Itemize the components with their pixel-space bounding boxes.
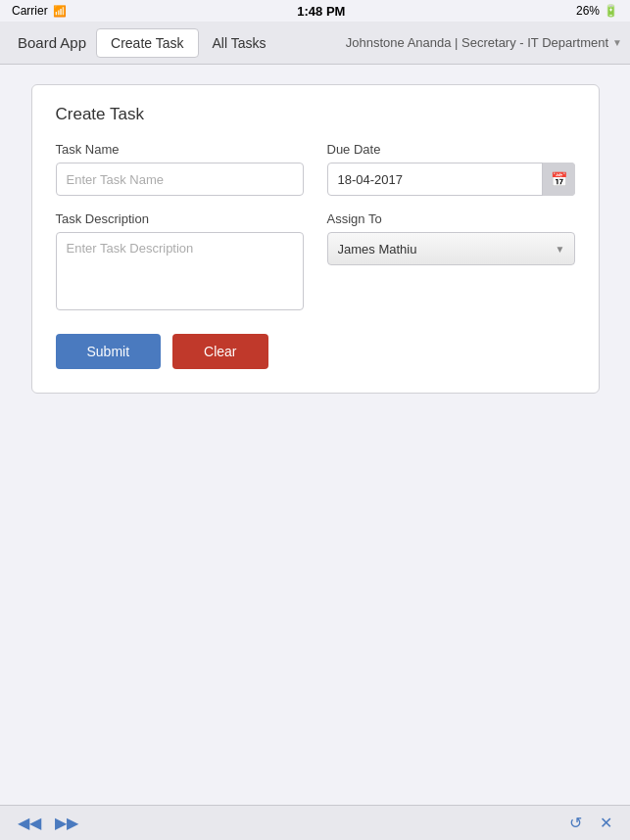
calendar-icon[interactable]: 📅 [542,163,575,196]
battery-percent: 26% [576,4,600,18]
status-bar: Carrier 📶 1:48 PM 26% 🔋 [0,0,630,22]
status-right: 26% 🔋 [576,4,618,18]
main-content: Create Task Task Name Due Date 📅 Task De… [0,65,630,805]
assign-to-label: Assign To [327,211,575,226]
assign-to-select[interactable]: James Mathiu [327,232,575,265]
tab-all-tasks[interactable]: All Tasks [199,29,280,57]
bottom-bar: ◀◀ ▶▶ ↺ ✕ [0,805,630,840]
wifi-icon: 📶 [53,5,67,18]
close-button[interactable]: ✕ [596,812,616,834]
status-time: 1:48 PM [297,4,345,19]
forward-button[interactable]: ▶▶ [51,812,82,834]
nav-user-label: Johnstone Ananda | Secretary - IT Depart… [346,35,608,50]
nav-user[interactable]: Johnstone Ananda | Secretary - IT Depart… [346,35,622,50]
status-left: Carrier 📶 [12,4,67,18]
back-button[interactable]: ◀◀ [14,812,45,834]
due-date-group: Due Date 📅 [327,142,575,196]
tab-create-task[interactable]: Create Task [96,28,198,58]
due-date-label: Due Date [327,142,575,157]
form-row-2: Task Description Assign To James Mathiu … [56,211,575,314]
chevron-down-icon: ▼ [612,37,622,48]
submit-button[interactable]: Submit [56,334,162,369]
task-description-label: Task Description [56,211,304,226]
navbar: Board App Create Task All Tasks Johnston… [0,22,630,65]
task-description-input[interactable] [56,232,304,310]
create-task-card: Create Task Task Name Due Date 📅 Task De… [31,84,600,394]
card-title: Create Task [56,105,575,124]
due-date-wrapper: 📅 [327,163,575,196]
form-row-1: Task Name Due Date 📅 [56,142,575,196]
task-name-label: Task Name [56,142,304,157]
task-name-input[interactable] [56,163,304,196]
form-actions: Submit Clear [56,334,575,369]
nav-brand[interactable]: Board App [8,28,96,57]
clear-button[interactable]: Clear [172,334,267,369]
assign-to-wrapper: James Mathiu ▼ [327,232,575,265]
battery-icon: 🔋 [604,4,618,18]
task-description-group: Task Description [56,211,304,314]
refresh-button[interactable]: ↺ [565,812,586,834]
bottom-nav-right: ↺ ✕ [565,812,616,834]
carrier-label: Carrier [12,4,48,18]
due-date-input[interactable] [327,163,575,196]
assign-to-group: Assign To James Mathiu ▼ [327,211,575,314]
bottom-nav-left: ◀◀ ▶▶ [14,812,82,834]
task-name-group: Task Name [56,142,304,196]
